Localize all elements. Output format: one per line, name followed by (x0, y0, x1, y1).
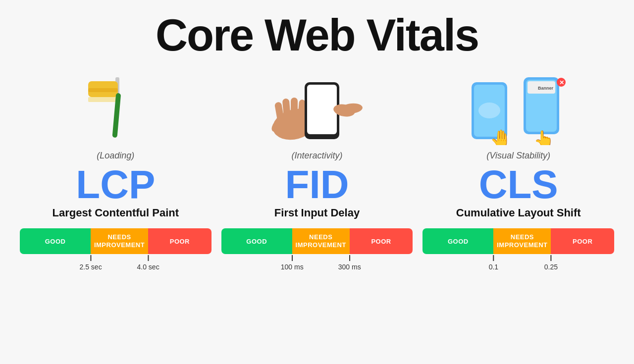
fid-category: (Interactivity) (291, 151, 342, 161)
fid-icon-area (267, 71, 367, 148)
fid-needs: NEEDSIMPROVEMENT (292, 228, 350, 254)
cls-tick-1-label: 0.1 (489, 263, 498, 271)
cls-bar-track: GOOD NEEDSIMPROVEMENT POOR (423, 228, 614, 254)
cls-ticks: 0.1 0.25 (423, 255, 614, 270)
fid-tick-1: 100 ms (281, 255, 304, 271)
svg-rect-3 (88, 88, 118, 92)
page-container: Core Web Vitals (0, 0, 634, 364)
cls-tick-2: 0.25 (544, 255, 558, 271)
fid-tick-2-label: 300 ms (338, 263, 361, 271)
lcp-category: (Loading) (97, 151, 134, 161)
metric-cls: Banner ✕ 🤚 👆 (Visual Stability) CLS Cumu… (423, 71, 614, 270)
metrics-row: (Loading) LCP Largest Contentful Paint G… (20, 71, 614, 270)
lcp-poor: POOR (148, 228, 211, 254)
fid-good: GOOD (221, 228, 292, 254)
lcp-icon-area (83, 71, 148, 148)
svg-text:Banner: Banner (538, 86, 554, 91)
lcp-acronym: LCP (76, 165, 155, 205)
fid-poor: POOR (350, 228, 413, 254)
cls-icon-area: Banner ✕ 🤚 👆 (464, 71, 573, 148)
cls-name: Cumulative Layout Shift (456, 207, 581, 219)
fid-tick-1-label: 100 ms (281, 263, 304, 271)
svg-point-18 (478, 103, 500, 118)
page-title: Core Web Vitals (156, 10, 478, 61)
cls-tick-2-label: 0.25 (544, 263, 558, 271)
cls-category: (Visual Stability) (486, 151, 550, 161)
lcp-bar-track: GOOD NEEDSIMPROVEMENT POOR (20, 228, 211, 254)
layout-shift-icon: Banner ✕ 🤚 👆 (464, 73, 573, 145)
fid-tick-2: 300 ms (338, 255, 361, 271)
metric-fid: (Interactivity) FID First Input Delay GO… (221, 71, 413, 270)
lcp-needs: NEEDSIMPROVEMENT (91, 228, 148, 254)
lcp-good: GOOD (20, 228, 91, 254)
svg-text:✕: ✕ (559, 79, 564, 86)
phone-tap-icon (267, 75, 367, 144)
fid-ticks: 100 ms 300 ms (221, 255, 413, 270)
svg-rect-13 (307, 85, 337, 134)
lcp-tick-2: 4.0 sec (137, 255, 159, 271)
cls-bar-container: GOOD NEEDSIMPROVEMENT POOR 0.1 0.25 (423, 228, 614, 270)
svg-rect-4 (88, 97, 118, 102)
cls-tick-1: 0.1 (489, 255, 498, 271)
lcp-tick-1-label: 2.5 sec (79, 263, 102, 271)
paint-roller-icon (83, 72, 148, 147)
metric-lcp: (Loading) LCP Largest Contentful Paint G… (20, 71, 211, 270)
cls-acronym: CLS (479, 165, 558, 205)
svg-rect-9 (291, 98, 298, 125)
fid-acronym: FID (285, 165, 349, 205)
fid-bar-container: GOOD NEEDSIMPROVEMENT POOR 100 ms 300 ms (221, 228, 413, 270)
svg-text:🤚: 🤚 (490, 128, 512, 145)
lcp-name: Largest Contentful Paint (53, 207, 179, 219)
lcp-tick-1: 2.5 sec (79, 255, 102, 271)
lcp-bar-container: GOOD NEEDSIMPROVEMENT POOR 2.5 sec 4.0 s… (20, 228, 211, 270)
svg-text:👆: 👆 (533, 129, 555, 145)
lcp-tick-2-label: 4.0 sec (137, 263, 159, 271)
lcp-ticks: 2.5 sec 4.0 sec (20, 255, 211, 270)
cls-good: GOOD (423, 228, 493, 254)
fid-name: First Input Delay (274, 207, 360, 219)
cls-needs: NEEDSIMPROVEMENT (493, 228, 551, 254)
cls-poor: POOR (551, 228, 614, 254)
fid-bar-track: GOOD NEEDSIMPROVEMENT POOR (221, 228, 413, 254)
